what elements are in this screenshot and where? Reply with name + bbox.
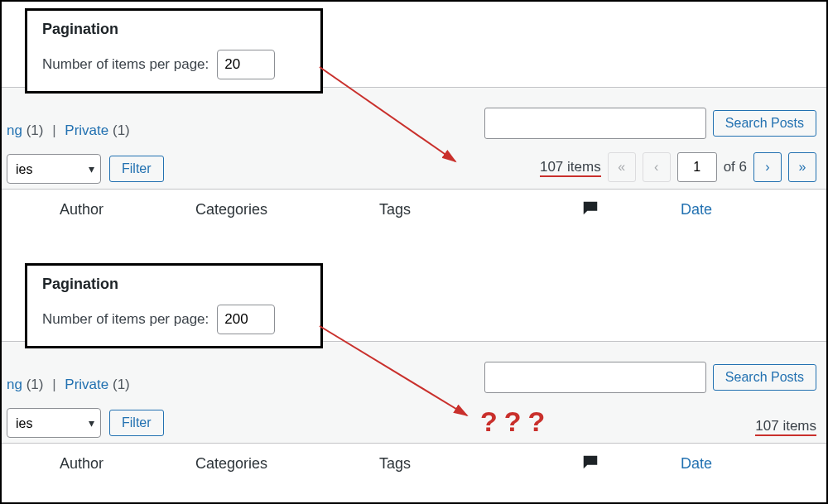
list-toolbar-bottom: ng (1) | Private (1) ies ▾ Filter Search… — [2, 341, 826, 444]
per-page-input[interactable] — [217, 305, 275, 334]
pagination-title: Pagination — [42, 276, 306, 293]
filter-bar: ies ▾ Filter — [7, 154, 164, 184]
column-headers-top: Author Categories Tags Date — [2, 190, 826, 229]
pagination-nav: 107 items — [755, 418, 816, 434]
views-separator: | — [52, 122, 55, 138]
view-private-link[interactable]: Private — [65, 377, 108, 392]
per-page-label: Number of items per page: — [42, 311, 209, 328]
annotation-question-marks: ??? — [480, 406, 551, 438]
search-button[interactable]: Search Posts — [713, 110, 816, 137]
next-page-button[interactable]: › — [753, 152, 782, 182]
view-pending-count: (1) — [26, 122, 44, 138]
current-page-input[interactable] — [677, 152, 717, 182]
comments-icon — [581, 453, 599, 475]
page-of-total: of 6 — [724, 159, 747, 175]
view-pending-count: (1) — [26, 377, 44, 392]
col-author: Author — [60, 455, 104, 473]
search-box: Search Posts — [484, 362, 816, 393]
search-input[interactable] — [484, 108, 706, 139]
total-items-label: 107 items — [755, 418, 816, 434]
category-select[interactable]: ies — [7, 408, 101, 438]
filter-bar: ies ▾ Filter — [7, 408, 164, 438]
total-items-label: 107 items — [540, 159, 601, 175]
pagination-callout-2: Pagination Number of items per page: — [25, 263, 323, 348]
col-tags: Tags — [379, 455, 411, 473]
pagination-title: Pagination — [42, 21, 306, 38]
view-private-count: (1) — [113, 377, 130, 392]
col-categories: Categories — [195, 201, 267, 218]
last-page-button[interactable]: » — [788, 152, 816, 182]
view-pending-link[interactable]: ng — [7, 377, 22, 392]
per-page-input[interactable] — [217, 50, 275, 79]
first-page-button: « — [608, 152, 636, 182]
pagination-nav: 107 items « ‹ of 6 › » — [540, 152, 816, 182]
post-status-views: ng (1) | Private (1) — [7, 377, 130, 393]
prev-page-button: ‹ — [643, 152, 671, 182]
search-button[interactable]: Search Posts — [713, 364, 816, 391]
search-input[interactable] — [484, 362, 706, 393]
view-pending-link[interactable]: ng — [7, 122, 22, 138]
col-categories: Categories — [195, 455, 267, 473]
view-private-count: (1) — [113, 122, 130, 138]
search-box: Search Posts — [484, 108, 816, 139]
post-status-views: ng (1) | Private (1) — [7, 122, 130, 139]
col-date[interactable]: Date — [681, 455, 712, 473]
column-headers-bottom: Author Categories Tags Date — [2, 444, 826, 483]
comments-icon — [581, 199, 599, 221]
view-private-link[interactable]: Private — [65, 122, 108, 138]
col-date[interactable]: Date — [681, 201, 712, 218]
per-page-label: Number of items per page: — [42, 56, 209, 73]
pagination-callout-1: Pagination Number of items per page: — [25, 8, 323, 94]
col-tags: Tags — [379, 201, 411, 218]
views-separator: | — [52, 377, 55, 392]
filter-button[interactable]: Filter — [109, 410, 164, 436]
list-toolbar-top: ng (1) | Private (1) ies ▾ Filter Search… — [2, 87, 826, 190]
col-author: Author — [60, 201, 104, 218]
category-select[interactable]: ies — [7, 154, 101, 184]
filter-button[interactable]: Filter — [109, 156, 164, 182]
